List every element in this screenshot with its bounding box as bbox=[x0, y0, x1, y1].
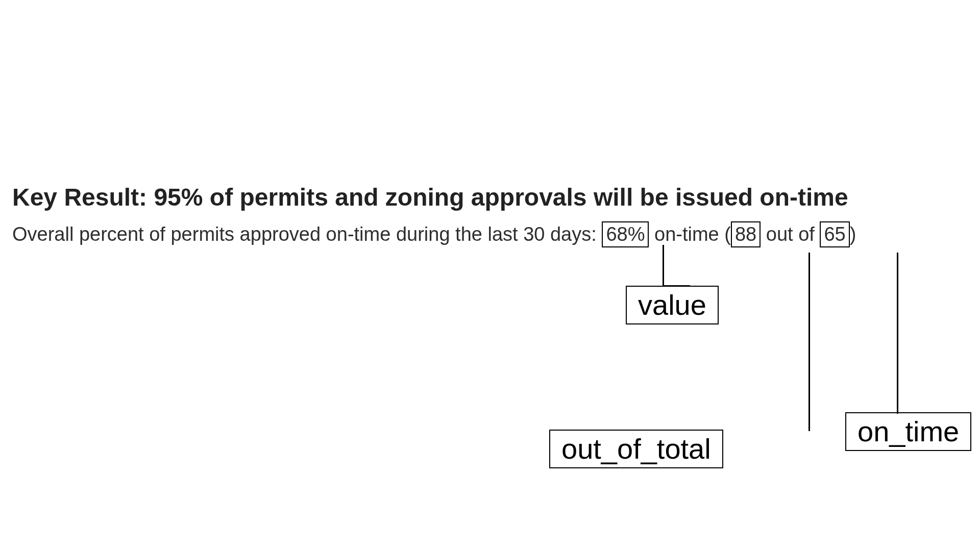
connector-line bbox=[897, 253, 898, 414]
subtitle-mid1: on-time ( bbox=[654, 223, 731, 245]
label-out-of-total: out_of_total bbox=[549, 430, 723, 468]
content-block: Key Result: 95% of permits and zoning ap… bbox=[12, 183, 856, 247]
subtitle-mid2: out of bbox=[766, 223, 815, 245]
label-value: value bbox=[626, 286, 719, 324]
key-result-title: Key Result: 95% of permits and zoning ap… bbox=[12, 183, 856, 212]
boxed-value: 68% bbox=[602, 221, 649, 248]
boxed-on-time: 65 bbox=[820, 221, 849, 248]
boxed-out-of-total: 88 bbox=[731, 221, 761, 248]
label-on-time: on_time bbox=[845, 412, 971, 451]
subtitle-line: Overall percent of permits approved on-t… bbox=[12, 221, 856, 248]
connector-line bbox=[663, 285, 690, 287]
subtitle-prefix: Overall percent of permits approved on-t… bbox=[12, 223, 597, 245]
connector-line bbox=[663, 245, 664, 287]
subtitle-suffix: ) bbox=[850, 223, 856, 245]
connector-line bbox=[808, 253, 810, 431]
